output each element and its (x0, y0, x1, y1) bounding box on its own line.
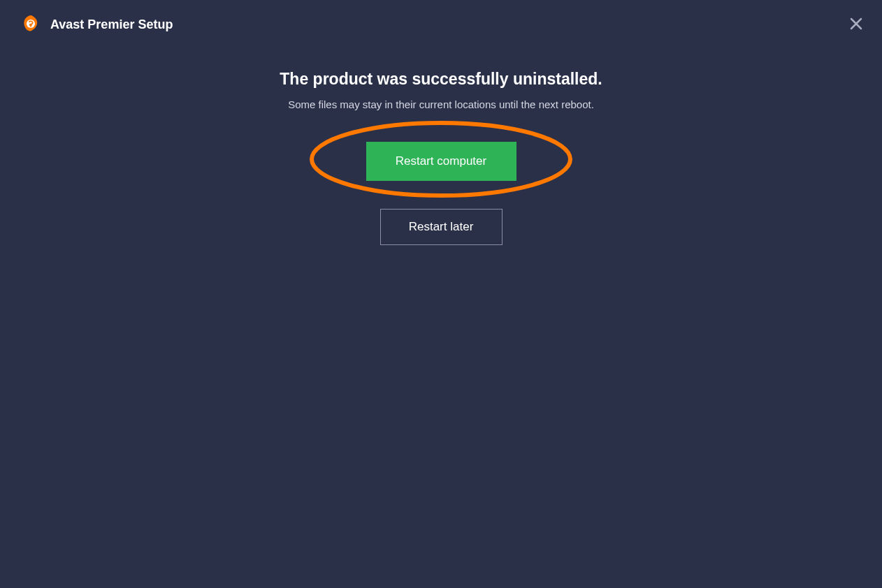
close-button[interactable] (848, 15, 865, 32)
page-subtext: Some files may stay in their current loc… (288, 98, 594, 110)
page-heading: The product was successfully uninstalled… (280, 70, 602, 89)
logo-wrapper: Avast Premier Setup (21, 14, 173, 35)
avast-logo-icon (21, 14, 42, 35)
button-area: Restart computer Restart later (366, 142, 516, 245)
app-title: Avast Premier Setup (50, 17, 173, 32)
header: Avast Premier Setup (0, 0, 882, 49)
svg-point-1 (30, 26, 31, 27)
main-content: The product was successfully uninstalled… (0, 49, 882, 245)
close-icon (850, 17, 862, 30)
restart-later-button[interactable]: Restart later (380, 209, 503, 245)
restart-computer-button[interactable]: Restart computer (366, 142, 516, 181)
